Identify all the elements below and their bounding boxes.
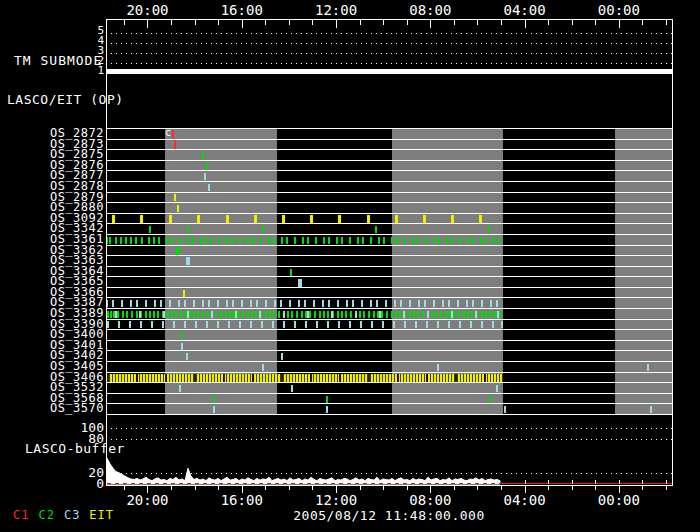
- os-tick: [499, 311, 501, 318]
- axis-tick-bottom: [124, 485, 125, 490]
- axis-tick-top: [666, 19, 667, 25]
- os-tick: [200, 237, 202, 244]
- os-tick: [265, 311, 267, 318]
- os-tick: [417, 311, 419, 318]
- os-tick: [262, 364, 264, 371]
- left-border: [106, 19, 107, 485]
- os-tick: [183, 290, 185, 297]
- os-tick: [184, 300, 186, 307]
- axis-tick-top: [619, 19, 620, 28]
- time-label-top: 00:00: [589, 2, 649, 18]
- os-tick: [226, 215, 229, 223]
- os-tick: [181, 332, 183, 339]
- axis-tick-bottom: [595, 485, 596, 490]
- top-axis-line: [106, 19, 673, 20]
- os-tick: [261, 321, 263, 328]
- axis-tick-top: [312, 19, 313, 25]
- os-tick: [316, 321, 318, 328]
- os-tick: [426, 321, 428, 328]
- os-tick: [217, 300, 219, 307]
- axis-tick-top: [525, 19, 526, 28]
- os-tick: [140, 215, 143, 223]
- os-tick: [345, 311, 347, 318]
- axis-tick-bottom: [171, 485, 172, 490]
- os-tick: [250, 300, 252, 307]
- row-separator: [106, 382, 672, 383]
- os-tick: [350, 311, 352, 318]
- row-separator: [106, 202, 672, 203]
- os-tick: [178, 300, 180, 307]
- os-tick: [370, 300, 372, 307]
- os-tick: [383, 237, 385, 244]
- buffer-inner-tick: [595, 480, 596, 484]
- os-tick: [242, 311, 244, 318]
- os-tick: [273, 237, 275, 244]
- os-tick: [431, 311, 433, 318]
- os-tick: [338, 215, 341, 223]
- os-tick: [226, 300, 228, 307]
- os-tick: [327, 321, 329, 328]
- os-tick: [197, 311, 199, 318]
- os-tick: [448, 321, 450, 328]
- os-tick: [226, 237, 228, 244]
- time-label-bottom: 16:00: [212, 492, 272, 508]
- os-tick: [210, 237, 212, 244]
- axis-tick-bottom: [312, 485, 313, 490]
- os-tick: [225, 311, 227, 318]
- os-tick: [467, 237, 469, 244]
- os-tick: [154, 300, 156, 307]
- os-tick: [404, 321, 406, 328]
- os-tick: [278, 311, 280, 318]
- os-tick: [252, 237, 254, 244]
- time-label-bottom: 12:00: [306, 492, 366, 508]
- os-tick: [459, 237, 461, 244]
- os-tick: [301, 311, 303, 318]
- os-tick: [446, 237, 448, 244]
- os-tick: [494, 311, 496, 318]
- os-tick: [184, 321, 186, 328]
- os-tick: [117, 311, 119, 318]
- os-tick: [294, 321, 296, 328]
- axis-tick-bottom: [195, 485, 196, 490]
- os-tick: [479, 215, 482, 223]
- os-tick: [425, 237, 427, 244]
- os-tick: [393, 321, 395, 328]
- os-tick: [472, 237, 474, 244]
- os-tick: [437, 321, 439, 328]
- row-separator: [106, 372, 672, 373]
- os-tick: [231, 237, 233, 244]
- os-tick-band: [107, 374, 503, 382]
- os-tick: [451, 237, 453, 244]
- os-tick: [314, 311, 316, 318]
- os-tick: [458, 311, 460, 318]
- os-tick: [218, 237, 220, 244]
- os-tick: [125, 237, 127, 244]
- os-tick: [247, 237, 249, 244]
- os-tick: [107, 321, 109, 328]
- os-tick: [290, 269, 292, 276]
- os-tick: [296, 311, 298, 318]
- legend-item-c1: C1: [13, 508, 29, 522]
- os-tick: [241, 300, 243, 307]
- os-tick: [488, 226, 490, 233]
- os-tick: [427, 311, 429, 318]
- os-tick: [481, 300, 483, 307]
- os-tick: [309, 311, 311, 318]
- os-tick: [448, 300, 450, 307]
- os-tick: [490, 300, 492, 307]
- row-separator: [106, 340, 672, 341]
- os-tick: [202, 152, 204, 159]
- os-tick: [136, 311, 138, 318]
- os-tick: [129, 321, 131, 328]
- os-tick: [287, 311, 289, 318]
- os-tick: [349, 237, 351, 244]
- os-tick: [208, 300, 210, 307]
- os-tick: [305, 321, 307, 328]
- camera-legend: C1C2C3EIT: [13, 508, 123, 522]
- axis-tick-bottom: [666, 485, 667, 490]
- row-separator: [106, 276, 672, 277]
- os-tick: [131, 311, 133, 318]
- os-tick: [213, 406, 215, 413]
- axis-tick-top: [336, 19, 337, 28]
- os-tick: [315, 237, 317, 244]
